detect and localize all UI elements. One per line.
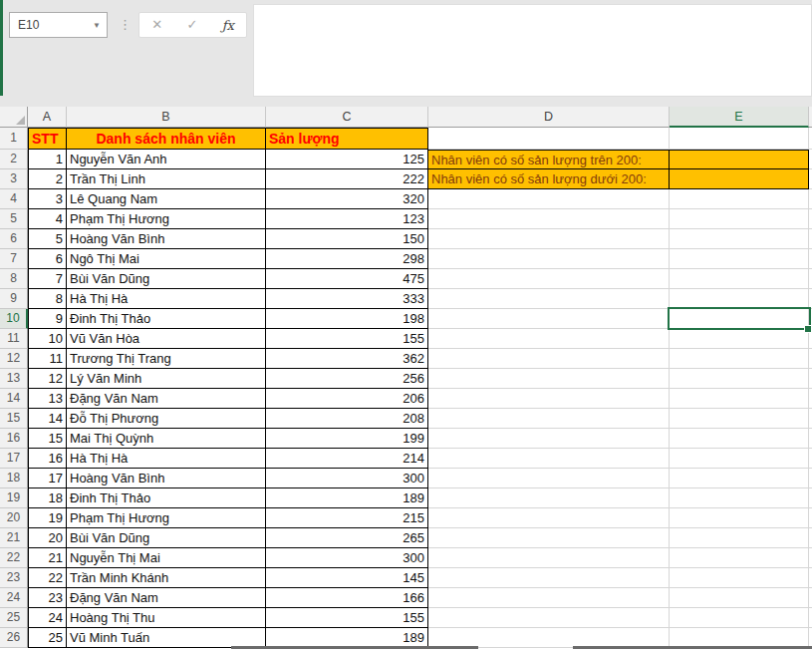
- cell-C26[interactable]: 189: [266, 628, 428, 648]
- cell-E26[interactable]: [670, 628, 809, 648]
- row-header-7[interactable]: 7: [0, 249, 28, 269]
- cell-D18[interactable]: [428, 469, 670, 488]
- cell-A1[interactable]: STT: [28, 128, 67, 150]
- column-header-A[interactable]: A: [28, 107, 67, 128]
- cell-C1[interactable]: Sản lượng: [266, 128, 428, 150]
- cell-D9[interactable]: [428, 289, 670, 309]
- cell-A9[interactable]: 8: [28, 289, 67, 309]
- name-box-dropdown-icon[interactable]: ▼: [87, 21, 107, 30]
- cell-A5[interactable]: 4: [28, 209, 67, 229]
- cell-D13[interactable]: [428, 369, 670, 389]
- cell-E24[interactable]: [670, 588, 809, 608]
- cell-B4[interactable]: Lê Quang Nam: [67, 189, 266, 209]
- cell-D25[interactable]: [428, 608, 670, 628]
- cell-B20[interactable]: Phạm Thị Hương: [67, 508, 266, 528]
- cell-C14[interactable]: 206: [266, 389, 428, 409]
- cell-C25[interactable]: 155: [266, 608, 428, 628]
- cell-A23[interactable]: 22: [28, 568, 67, 588]
- cell-C2[interactable]: 125: [266, 150, 428, 169]
- row-header-4[interactable]: 4: [0, 189, 28, 209]
- row-header-19[interactable]: 19: [0, 488, 28, 508]
- cell-C16[interactable]: 199: [266, 429, 428, 449]
- cell-D23[interactable]: [428, 568, 670, 588]
- cell-B9[interactable]: Hà Thị Hà: [67, 289, 266, 309]
- cell-E21[interactable]: [670, 528, 809, 548]
- cell-B18[interactable]: Hoàng Văn Bình: [67, 469, 266, 488]
- cell-B12[interactable]: Trương Thị Trang: [67, 349, 266, 369]
- row-header-3[interactable]: 3: [0, 169, 28, 189]
- fill-handle[interactable]: [804, 325, 812, 333]
- cell-E23[interactable]: [670, 568, 809, 588]
- cell-C18[interactable]: 300: [266, 469, 428, 488]
- cell-C23[interactable]: 145: [266, 568, 428, 588]
- cell-E18[interactable]: [670, 469, 809, 488]
- cell-C15[interactable]: 208: [266, 409, 428, 429]
- enter-icon[interactable]: ✓: [186, 13, 197, 37]
- cell-E22[interactable]: [670, 548, 809, 568]
- row-header-15[interactable]: 15: [0, 409, 28, 429]
- cell-E12[interactable]: [670, 349, 809, 369]
- cell-A4[interactable]: 3: [28, 189, 67, 209]
- cell-A17[interactable]: 16: [28, 449, 67, 469]
- cell-B2[interactable]: Nguyễn Văn Anh: [67, 150, 266, 169]
- cell-B5[interactable]: Phạm Thị Hương: [67, 209, 266, 229]
- row-header-26[interactable]: 26: [0, 628, 28, 648]
- cell-E14[interactable]: [670, 389, 809, 409]
- cell-B16[interactable]: Mai Thị Quỳnh: [67, 429, 266, 449]
- cell-C19[interactable]: 189: [266, 488, 428, 508]
- row-header-5[interactable]: 5: [0, 209, 28, 229]
- cell-B6[interactable]: Hoàng Văn Bình: [67, 229, 266, 249]
- cell-E19[interactable]: [670, 488, 809, 508]
- row-header-6[interactable]: 6: [0, 229, 28, 249]
- cell-A15[interactable]: 14: [28, 409, 67, 429]
- cell-B24[interactable]: Đặng Văn Nam: [67, 588, 266, 608]
- cell-B8[interactable]: Bùi Văn Dũng: [67, 269, 266, 289]
- cell-A7[interactable]: 6: [28, 249, 67, 269]
- cell-B15[interactable]: Đỗ Thị Phương: [67, 409, 266, 429]
- cell-D11[interactable]: [428, 329, 670, 349]
- cell-E16[interactable]: [670, 429, 809, 449]
- cell-C3[interactable]: 222: [266, 169, 428, 189]
- row-header-12[interactable]: 12: [0, 349, 28, 369]
- column-header-C[interactable]: C: [266, 107, 428, 128]
- cell-A26[interactable]: 25: [28, 628, 67, 648]
- cell-B7[interactable]: Ngô Thị Mai: [67, 249, 266, 269]
- cell-D16[interactable]: [428, 429, 670, 449]
- insert-function-icon[interactable]: ƒx: [222, 18, 234, 33]
- cell-B11[interactable]: Vũ Văn Hòa: [67, 329, 266, 349]
- row-header-2[interactable]: 2: [0, 150, 28, 169]
- cell-E8[interactable]: [670, 269, 809, 289]
- cell-E2[interactable]: [670, 150, 809, 169]
- cell-C4[interactable]: 320: [266, 189, 428, 209]
- cell-D14[interactable]: [428, 389, 670, 409]
- row-header-25[interactable]: 25: [0, 608, 28, 628]
- cell-D26[interactable]: [428, 628, 670, 648]
- select-all-corner[interactable]: [0, 107, 28, 128]
- cell-A2[interactable]: 1: [28, 150, 67, 169]
- cell-A10[interactable]: 9: [28, 309, 67, 329]
- cell-C12[interactable]: 362: [266, 349, 428, 369]
- cell-B1[interactable]: Danh sách nhân viên: [67, 128, 266, 150]
- cell-A3[interactable]: 2: [28, 169, 67, 189]
- row-header-14[interactable]: 14: [0, 389, 28, 409]
- cell-B13[interactable]: Lý Văn Minh: [67, 369, 266, 389]
- cell-D12[interactable]: [428, 349, 670, 369]
- cell-D17[interactable]: [428, 449, 670, 469]
- cell-A6[interactable]: 5: [28, 229, 67, 249]
- cell-C24[interactable]: 166: [266, 588, 428, 608]
- cell-A14[interactable]: 13: [28, 389, 67, 409]
- cell-E3[interactable]: [670, 169, 809, 189]
- cell-E9[interactable]: [670, 289, 809, 309]
- cell-D5[interactable]: [428, 209, 670, 229]
- row-header-8[interactable]: 8: [0, 269, 28, 289]
- cell-A25[interactable]: 24: [28, 608, 67, 628]
- cell-B10[interactable]: Đinh Thị Thảo: [67, 309, 266, 329]
- cell-A24[interactable]: 23: [28, 588, 67, 608]
- cell-D3[interactable]: Nhân viên có số sản lượng dưới 200:: [428, 169, 670, 189]
- cell-D6[interactable]: [428, 229, 670, 249]
- cell-E17[interactable]: [670, 449, 809, 469]
- formula-bar-input[interactable]: [253, 4, 812, 97]
- cell-E6[interactable]: [670, 229, 809, 249]
- row-header-13[interactable]: 13: [0, 369, 28, 389]
- cancel-icon[interactable]: ✕: [151, 13, 162, 37]
